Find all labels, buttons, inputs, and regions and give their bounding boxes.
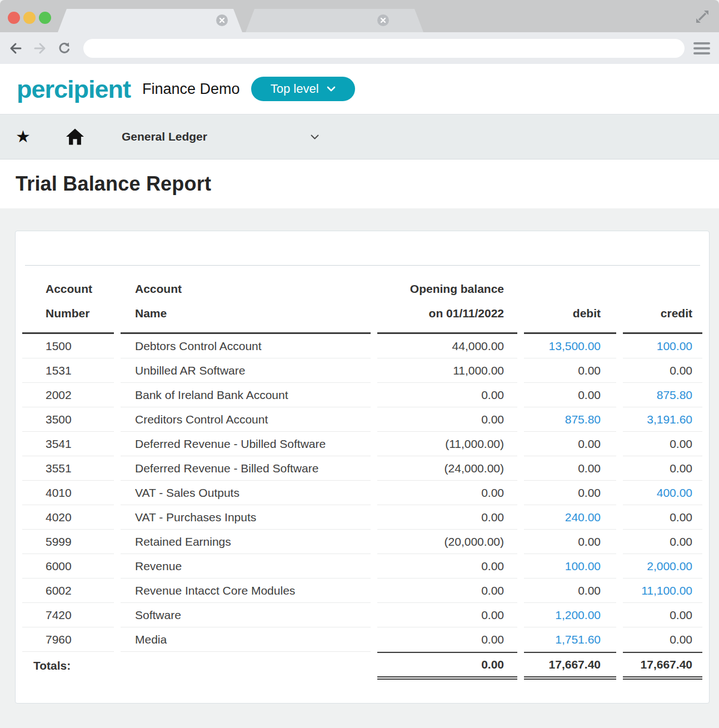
maximize-window-button[interactable] xyxy=(39,12,51,24)
credit-cell[interactable]: 100.00 xyxy=(623,334,702,358)
general-ledger-dropdown[interactable]: General Ledger xyxy=(122,130,319,143)
table-row: 3541Deferred Revenue - Ubilled Software(… xyxy=(22,432,702,456)
opening-balance-cell: (24,000.00) xyxy=(377,456,517,481)
browser-tab-strip xyxy=(0,0,719,32)
back-icon[interactable] xyxy=(8,41,23,56)
account-name-cell: Creditors Control Account xyxy=(121,407,371,432)
top-level-label: Top level xyxy=(271,82,319,96)
account-number-cell: 5999 xyxy=(22,530,114,554)
page-title: Trial Balance Report xyxy=(16,172,211,196)
col-header-debit: debit xyxy=(524,277,616,334)
app-subtitle: Finance Demo xyxy=(142,81,240,98)
credit-cell: 0.00 xyxy=(623,603,702,627)
debit-cell: 0.00 xyxy=(524,481,616,505)
account-number-cell: 1500 xyxy=(22,334,114,358)
account-name-cell: Debtors Control Account xyxy=(121,334,371,358)
address-bar[interactable] xyxy=(83,39,685,58)
table-row: 2002Bank of Ireland Bank Account0.000.00… xyxy=(22,383,702,407)
opening-balance-cell: 0.00 xyxy=(377,505,517,530)
col-header-account-number: Account Number xyxy=(22,277,114,334)
account-number-cell: 3500 xyxy=(22,407,114,432)
page-content: Account Number Account Name Opening bala… xyxy=(0,208,719,704)
home-icon[interactable] xyxy=(65,128,85,146)
window-controls xyxy=(8,12,51,24)
credit-cell: 0.00 xyxy=(623,432,702,456)
table-row: 6002Revenue Intacct Core Modules0.000.00… xyxy=(22,579,702,603)
browser-menu-icon[interactable] xyxy=(692,40,711,57)
account-number-cell: 3541 xyxy=(22,432,114,456)
account-name-cell: Revenue Intacct Core Modules xyxy=(121,579,371,603)
totals-opening-balance: 0.00 xyxy=(377,652,517,680)
reload-icon[interactable] xyxy=(57,41,72,56)
close-window-button[interactable] xyxy=(8,12,20,24)
account-number-cell: 6002 xyxy=(22,579,114,603)
report-card: Account Number Account Name Opening bala… xyxy=(15,231,710,704)
account-name-cell: Retained Earnings xyxy=(121,530,371,554)
debit-cell[interactable]: 240.00 xyxy=(524,505,616,530)
table-row: 5999Retained Earnings(20,000.00)0.000.00 xyxy=(22,530,702,554)
credit-cell: 0.00 xyxy=(623,456,702,481)
credit-cell: 0.00 xyxy=(623,530,702,554)
account-number-cell: 4020 xyxy=(22,505,114,530)
opening-balance-cell: 0.00 xyxy=(377,383,517,407)
totals-credit: 17,667.40 xyxy=(623,652,702,680)
tab-close-icon[interactable] xyxy=(377,14,389,26)
debit-cell: 0.00 xyxy=(524,530,616,554)
debit-cell: 0.00 xyxy=(524,383,616,407)
debit-cell[interactable]: 875.80 xyxy=(524,407,616,432)
module-navbar: ★ General Ledger xyxy=(0,114,719,159)
top-level-dropdown-button[interactable]: Top level xyxy=(251,77,355,101)
app-logo: percipient xyxy=(17,77,131,102)
browser-toolbar xyxy=(0,32,719,64)
app-header: percipient Finance Demo Top level xyxy=(0,64,719,114)
table-row: 3500Creditors Control Account0.00875.803… xyxy=(22,407,702,432)
opening-balance-cell: 0.00 xyxy=(377,407,517,432)
debit-cell: 0.00 xyxy=(524,432,616,456)
card-divider xyxy=(25,265,700,266)
debit-cell[interactable]: 1,751.60 xyxy=(524,627,616,652)
account-number-cell: 7420 xyxy=(22,603,114,627)
account-name-cell: Software xyxy=(121,603,371,627)
opening-balance-cell: 44,000.00 xyxy=(377,334,517,358)
tab-close-icon[interactable] xyxy=(216,14,228,26)
credit-cell[interactable]: 400.00 xyxy=(623,481,702,505)
col-header-credit: credit xyxy=(623,277,702,334)
table-body: 1500Debtors Control Account44,000.0013,5… xyxy=(22,334,702,680)
col-header-account-name: Account Name xyxy=(121,277,371,334)
account-number-cell: 2002 xyxy=(22,383,114,407)
browser-tab-inactive[interactable] xyxy=(246,9,423,32)
browser-tab-active[interactable] xyxy=(58,9,242,32)
trial-balance-table: Account Number Account Name Opening bala… xyxy=(16,277,709,680)
account-name-cell: Deferred Revenue - Ubilled Software xyxy=(121,432,371,456)
opening-balance-cell: 0.00 xyxy=(377,579,517,603)
credit-cell[interactable]: 11,100.00 xyxy=(623,579,702,603)
opening-balance-cell: (20,000.00) xyxy=(377,530,517,554)
col-header-opening-balance: Opening balance on 01/11/2022 xyxy=(377,277,517,334)
credit-cell[interactable]: 875.80 xyxy=(623,383,702,407)
forward-icon[interactable] xyxy=(32,41,48,56)
account-name-cell: VAT - Purchases Inputs xyxy=(121,505,371,530)
table-row: 7420Software0.001,200.000.00 xyxy=(22,603,702,627)
account-name-cell: Revenue xyxy=(121,554,371,579)
favorites-star-icon[interactable]: ★ xyxy=(16,128,31,145)
account-name-cell: VAT - Sales Outputs xyxy=(121,481,371,505)
debit-cell[interactable]: 100.00 xyxy=(524,554,616,579)
fullscreen-expand-icon[interactable] xyxy=(695,9,710,24)
credit-cell[interactable]: 2,000.00 xyxy=(623,554,702,579)
opening-balance-cell: 0.00 xyxy=(377,554,517,579)
totals-debit: 17,667.40 xyxy=(524,652,616,680)
table-row: 6000Revenue0.00100.002,000.00 xyxy=(22,554,702,579)
table-row: 3551Deferred Revenue - Billed Software(2… xyxy=(22,456,702,481)
totals-row: Totals: 0.00 17,667.40 17,667.40 xyxy=(22,652,702,680)
account-number-cell: 1531 xyxy=(22,358,114,383)
debit-cell[interactable]: 1,200.00 xyxy=(524,603,616,627)
credit-cell: 0.00 xyxy=(623,358,702,383)
totals-spacer xyxy=(121,652,371,680)
account-number-cell: 7960 xyxy=(22,627,114,652)
opening-balance-cell: 11,000.00 xyxy=(377,358,517,383)
minimize-window-button[interactable] xyxy=(23,12,36,24)
title-bar: Trial Balance Report xyxy=(0,159,719,208)
credit-cell[interactable]: 3,191.60 xyxy=(623,407,702,432)
debit-cell[interactable]: 13,500.00 xyxy=(524,334,616,358)
table-row: 4020VAT - Purchases Inputs0.00240.000.00 xyxy=(22,505,702,530)
